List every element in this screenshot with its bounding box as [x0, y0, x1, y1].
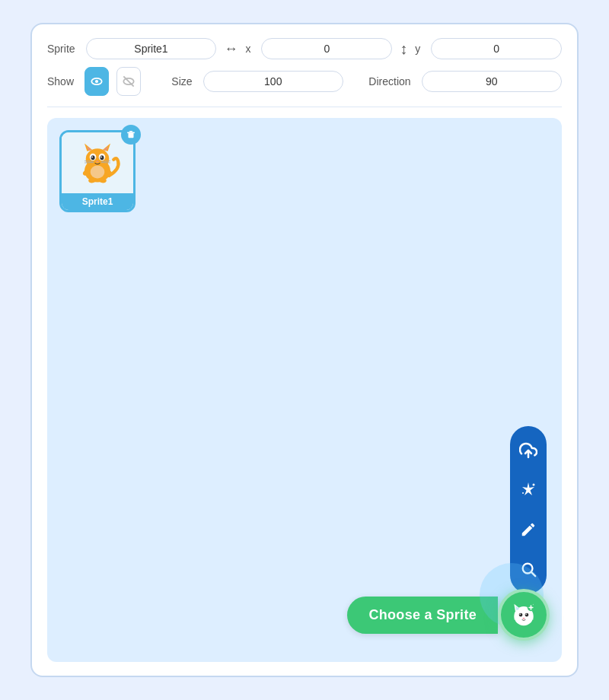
sprite-card[interactable]: Sprite1	[59, 130, 136, 212]
show-hidden-button[interactable]	[116, 67, 141, 96]
y-arrow-icon: ↕	[400, 40, 407, 58]
size-input[interactable]	[203, 71, 343, 92]
controls-bar: Sprite ↔ x ↕ y Show	[47, 38, 562, 107]
svg-point-19	[96, 161, 98, 162]
cat-face-icon	[509, 600, 538, 629]
sprite-label: Sprite	[47, 43, 75, 55]
row1: Sprite ↔ x ↕ y	[47, 38, 562, 59]
paint-sprite-button[interactable]	[510, 511, 547, 548]
sprite-card-name: Sprite1	[62, 193, 133, 210]
upload-sprite-button[interactable]	[510, 432, 547, 469]
svg-point-15	[91, 155, 95, 160]
choose-sprite-button[interactable]: Choose a Sprite	[347, 597, 498, 634]
svg-point-31	[522, 492, 524, 494]
sprite-thumbnail	[62, 132, 133, 193]
surprise-sprite-button[interactable]	[510, 472, 547, 508]
upload-icon	[519, 441, 537, 460]
svg-rect-5	[127, 132, 135, 134]
sprite-name-input[interactable]	[86, 38, 217, 59]
svg-rect-6	[129, 131, 132, 132]
show-label: Show	[47, 75, 74, 88]
svg-point-24	[91, 165, 105, 178]
svg-point-40	[525, 613, 529, 617]
svg-point-39	[519, 613, 523, 617]
y-input[interactable]	[431, 38, 562, 59]
cat-sprite-image	[72, 137, 123, 189]
svg-point-43	[522, 618, 525, 619]
sprite-panel: Sprite ↔ x ↕ y Show	[30, 23, 579, 677]
eye-icon	[89, 74, 104, 89]
svg-point-30	[533, 484, 535, 486]
sparkle-icon	[519, 481, 537, 499]
paint-icon	[520, 521, 537, 538]
direction-label: Direction	[368, 75, 410, 88]
svg-point-1	[95, 80, 98, 83]
svg-rect-4	[129, 133, 134, 138]
svg-point-16	[100, 155, 104, 160]
svg-point-18	[100, 157, 102, 158]
trash-icon	[126, 129, 136, 140]
x-label: x	[245, 43, 250, 55]
x-arrow-icon: ↔	[224, 41, 238, 57]
delete-sprite-button[interactable]	[121, 125, 141, 145]
choose-sprite-area: Choose a Sprite	[347, 589, 550, 641]
svg-point-17	[91, 157, 93, 158]
show-visible-button[interactable]	[84, 67, 109, 96]
eye-slash-icon	[121, 74, 136, 89]
direction-input[interactable]	[422, 71, 562, 92]
row2: Show Size Direction	[47, 67, 562, 96]
sprite-area: Sprite1	[47, 118, 562, 662]
main-fab-button[interactable]	[498, 589, 550, 641]
svg-point-41	[519, 613, 521, 615]
svg-point-42	[525, 613, 527, 615]
x-input[interactable]	[261, 38, 392, 59]
size-label: Size	[171, 75, 192, 88]
y-label: y	[415, 43, 420, 55]
